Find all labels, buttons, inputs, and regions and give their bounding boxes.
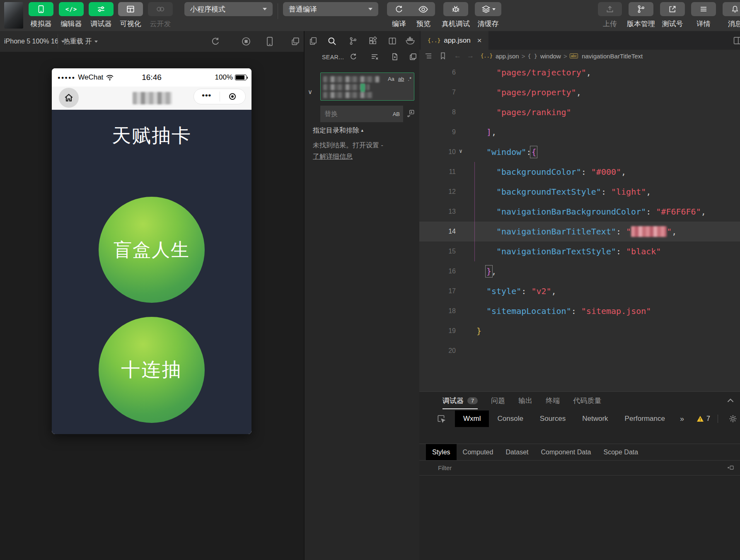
filter-input[interactable]: Filter	[438, 464, 452, 471]
minimize-button[interactable]	[220, 89, 245, 104]
restart-icon[interactable]	[210, 36, 220, 46]
inspect-icon[interactable]	[437, 414, 446, 423]
version-button[interactable]: 版本管理	[627, 0, 655, 31]
editor-button[interactable]: </> 编辑器	[58, 0, 84, 31]
compile-button[interactable]	[387, 2, 411, 16]
hot-reload-toggle[interactable]: 热重载 开	[63, 31, 98, 52]
code-line-14[interactable]: 14"navigationBarTitleText": "",	[419, 222, 740, 241]
indent-guide	[474, 162, 475, 261]
upload-button[interactable]: 上传	[597, 0, 623, 31]
replace-all-icon[interactable]	[406, 109, 415, 118]
mode-dropdown[interactable]: 小程序模式	[184, 2, 273, 16]
multi-window-icon[interactable]	[290, 36, 300, 46]
source-control-icon[interactable]	[348, 36, 358, 46]
panel-tab-调试器[interactable]: 调试器7	[443, 396, 478, 406]
back-icon[interactable]: ←	[454, 52, 461, 60]
fold-icon[interactable]: ∨	[459, 141, 462, 161]
code-line-18[interactable]: 18"sitemapLocation": "sitemap.json"	[419, 301, 740, 321]
device-debug-button[interactable]: 真机调试	[442, 0, 470, 31]
split-editor-icon[interactable]	[388, 36, 398, 46]
more-tabs-icon[interactable]: »	[680, 415, 684, 423]
panel-tab-代码质量[interactable]: 代码质量	[573, 396, 601, 406]
code-line-17[interactable]: 17"style": "v2",	[419, 281, 740, 301]
code-line-7[interactable]: 7"pages/property",	[419, 82, 740, 102]
devtools-tab-network[interactable]: Network	[574, 410, 616, 427]
filter-options-icon[interactable]	[727, 464, 734, 471]
code-line-13[interactable]: 13"navigationBarBackgroundColor": "#F6F6…	[419, 202, 740, 222]
regex-toggle[interactable]: .*	[408, 76, 411, 82]
gear-icon[interactable]	[729, 415, 737, 423]
code-line-20[interactable]: 20	[419, 341, 740, 361]
code-line-11[interactable]: 11"backgroundColor": "#000",	[419, 162, 740, 182]
code-line-9[interactable]: 9],	[419, 122, 740, 142]
extensions-icon[interactable]	[368, 36, 378, 46]
details-button[interactable]: 详情	[691, 0, 716, 31]
clear-cache-button[interactable]: 清缓存	[474, 0, 503, 31]
forward-icon[interactable]: →	[467, 52, 474, 60]
token: "sitemapLocation"	[486, 306, 571, 316]
code-line-12[interactable]: 12"backgroundTextStyle": "light",	[419, 182, 740, 202]
home-button[interactable]	[59, 88, 79, 108]
bookmark-icon[interactable]	[439, 52, 448, 60]
styles-tab-component-data[interactable]: Component Data	[535, 444, 597, 461]
styles-tab-scope-data[interactable]: Scope Data	[597, 444, 645, 461]
ten-draw-button[interactable]: 十连抽	[99, 317, 205, 423]
mini-app-page: 天赋抽卡 盲盒人生 十连抽	[52, 110, 252, 434]
docker-icon[interactable]	[405, 36, 415, 46]
test-account-button[interactable]: 测试号	[659, 0, 686, 31]
panel-tab-输出[interactable]: 输出	[518, 396, 532, 406]
code-line-15[interactable]: 15"navigationBarTextStyle": "black"	[419, 241, 740, 261]
device-frame-icon[interactable]	[265, 36, 275, 46]
replace-input[interactable]: 替换 AB	[320, 106, 403, 122]
styles-tab-computed[interactable]: Computed	[457, 444, 500, 461]
devtools-tab-performance[interactable]: Performance	[617, 410, 673, 427]
whole-word-toggle[interactable]: ab	[398, 76, 404, 82]
blind-box-button[interactable]: 盲盒人生	[99, 197, 205, 303]
search-icon[interactable]	[327, 36, 337, 46]
code-line-8[interactable]: 8"pages/ranking"	[419, 102, 740, 122]
tab-app-json[interactable]: {..} app.json ×	[421, 31, 488, 50]
more-button[interactable]: •••	[194, 89, 220, 104]
devtools-tab-console[interactable]: Console	[489, 410, 531, 427]
open-in-editor-icon[interactable]	[409, 53, 417, 61]
dirs-exclude-toggle[interactable]: 指定目录和排除 ▴	[313, 126, 363, 135]
cloud-dev-button[interactable]: 云开发	[148, 0, 173, 31]
files-icon[interactable]	[309, 36, 319, 46]
code-line-16[interactable]: 16},	[419, 261, 740, 281]
code-line-19[interactable]: 19}	[419, 321, 740, 341]
simulator-button[interactable]: 模拟器	[28, 0, 54, 31]
refresh-icon	[394, 5, 404, 14]
preview-button[interactable]	[411, 2, 435, 16]
outline-list-icon[interactable]	[424, 52, 433, 60]
breadcrumb-leaf[interactable]: navigationBarTitleText	[582, 53, 643, 60]
split-editor-icon[interactable]	[733, 36, 740, 46]
toggle-replace-icon[interactable]: ∨	[308, 88, 312, 96]
styles-tab-styles[interactable]: Styles	[426, 444, 457, 461]
user-avatar[interactable]	[4, 2, 23, 29]
chevron-up-icon[interactable]	[726, 396, 735, 405]
match-case-toggle[interactable]: Aa	[388, 76, 394, 82]
debugger-button[interactable]: 调试器	[88, 0, 114, 31]
preserve-case-toggle[interactable]: AB	[393, 111, 400, 117]
code-line-6[interactable]: 6"pages/trajectory",	[419, 63, 740, 82]
breadcrumb-file[interactable]: app.json	[496, 53, 519, 60]
visual-button[interactable]: 可视化	[118, 0, 143, 31]
panel-tab-终端[interactable]: 终端	[546, 396, 560, 406]
styles-tab-dataset[interactable]: Dataset	[499, 444, 534, 461]
search-input[interactable]: Aa ab .*	[320, 72, 414, 101]
panel-tab-问题[interactable]: 问题	[491, 396, 505, 406]
clear-results-icon[interactable]	[371, 53, 379, 61]
warning-counter[interactable]: 7	[696, 415, 710, 422]
new-search-editor-icon[interactable]	[391, 53, 399, 61]
refresh-search-icon[interactable]	[349, 53, 358, 61]
device-selector[interactable]: iPhone 5 100% 16	[4, 31, 65, 52]
close-tab-icon[interactable]: ×	[477, 36, 482, 45]
code-line-10[interactable]: 10∨"window":{	[419, 142, 740, 162]
devtools-tab-sources[interactable]: Sources	[532, 410, 574, 427]
learn-more-link[interactable]: 了解详细信息	[313, 153, 353, 160]
stop-icon[interactable]	[241, 36, 251, 46]
messages-button[interactable]: 消息	[722, 0, 740, 31]
devtools-tab-wxml[interactable]: Wxml	[455, 410, 489, 427]
breadcrumb-node[interactable]: window	[540, 53, 561, 60]
compile-mode-dropdown[interactable]: 普通编译	[283, 2, 378, 16]
